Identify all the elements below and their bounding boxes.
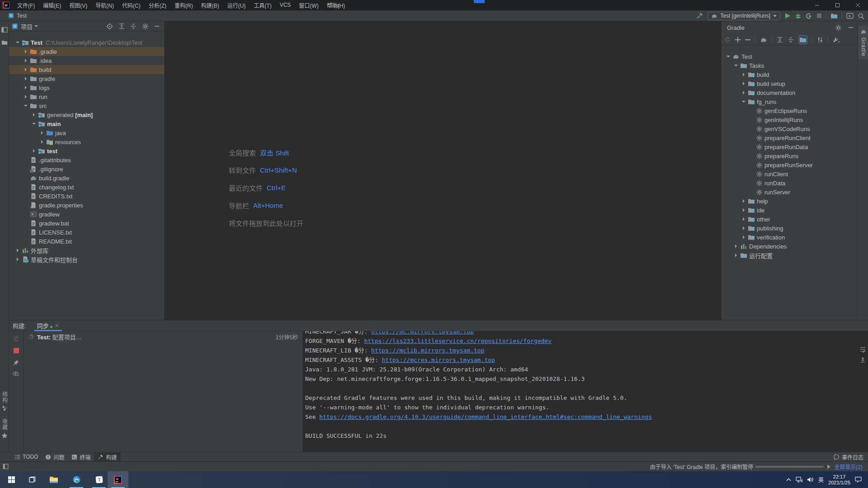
tool-window-tab-构建[interactable]: 构建	[94, 452, 120, 462]
menu-(C)[interactable]: 代码(C)	[118, 0, 145, 10]
tool-window-tab-终端[interactable]: 终端	[68, 452, 94, 462]
add-icon[interactable]	[735, 37, 741, 42]
rerun-icon[interactable]	[13, 336, 19, 342]
soft-wrap-icon[interactable]	[860, 347, 866, 352]
stop-icon[interactable]	[14, 348, 19, 353]
chevron-collapsed-icon[interactable]	[741, 207, 747, 213]
view-options-eye-icon[interactable]	[13, 371, 19, 377]
search-everywhere-icon[interactable]	[858, 13, 864, 19]
menu-VCS[interactable]: VCS	[276, 0, 295, 10]
volume-icon[interactable]	[807, 477, 814, 483]
tree-item-.gitignore[interactable]: .gitignore	[9, 164, 164, 174]
tree-item-logs[interactable]: logs	[9, 83, 164, 92]
scroll-to-end-icon[interactable]	[860, 357, 866, 363]
hide-panel-icon[interactable]	[154, 23, 160, 29]
tree-item-LICENSE.txt[interactable]: LICENSE.txt	[9, 228, 164, 237]
chevron-collapsed-icon[interactable]	[741, 198, 747, 204]
chevron-collapsed-icon[interactable]	[741, 89, 747, 96]
chevron-collapsed-icon[interactable]	[741, 216, 747, 222]
chevron-collapsed-icon[interactable]	[733, 243, 739, 249]
tree-item-gradle.properties[interactable]: gradle.properties	[9, 201, 164, 210]
chevron-expanded-icon[interactable]	[31, 121, 37, 127]
execute-gradle-task-icon[interactable]	[760, 36, 767, 43]
tree-item-prepareRuns[interactable]: prepareRuns	[722, 151, 857, 160]
chevron-collapsed-icon[interactable]	[23, 94, 29, 100]
tree-item-ide[interactable]: ide	[722, 206, 857, 215]
event-log-button[interactable]: 事件日志	[834, 452, 863, 462]
project-view-selector[interactable]: 项目	[21, 22, 33, 31]
chevron-collapsed-icon[interactable]	[23, 66, 29, 73]
debug-button[interactable]	[795, 13, 802, 19]
breadcrumb[interactable]: Test	[8, 13, 27, 19]
tree-item-other[interactable]: other	[722, 215, 857, 224]
collapse-all-icon[interactable]	[130, 23, 137, 29]
build-console[interactable]: MINECRAFT_JAR �分: https://mc.mirrors.tmy…	[303, 331, 868, 452]
maximize-button[interactable]	[827, 0, 848, 10]
chevron-collapsed-icon[interactable]	[741, 225, 747, 231]
tree-item-prepareRunServer[interactable]: prepareRunServer	[722, 160, 857, 169]
tree-item-changelog.txt[interactable]: changelog.txt	[9, 183, 164, 192]
menu-(E)[interactable]: 编辑(E)	[39, 0, 65, 10]
wrench-icon[interactable]	[833, 37, 840, 43]
tree-item-genIntellijRuns[interactable]: genIntellijRuns	[722, 115, 857, 124]
menu-(B)[interactable]: 构建(B)	[197, 0, 223, 10]
chevron-collapsed-icon[interactable]	[741, 80, 747, 87]
menu-(N)[interactable]: 导航(N)	[91, 0, 118, 10]
expand-all-icon[interactable]	[118, 23, 125, 29]
locate-file-icon[interactable]	[106, 23, 113, 30]
structure-tab[interactable]: 结构	[1, 391, 9, 411]
refresh-icon[interactable]	[724, 37, 731, 43]
menu-(U)[interactable]: 运行(U)	[223, 0, 250, 10]
collapse-all-icon[interactable]	[788, 37, 794, 43]
tree-item--[interactable]: 草稿文件和控制台	[9, 255, 164, 264]
settings-gear-icon[interactable]	[142, 23, 149, 30]
ime-indicator[interactable]: 英	[818, 476, 824, 483]
chevron-expanded-icon[interactable]	[725, 53, 731, 60]
chevron-collapsed-icon[interactable]	[39, 130, 45, 136]
run-with-coverage-button[interactable]	[806, 13, 812, 19]
tree-item-build[interactable]: build	[9, 65, 164, 74]
stop-button[interactable]	[816, 13, 822, 19]
chevron-expanded-icon[interactable]	[14, 39, 21, 46]
tree-item-run[interactable]: run	[9, 92, 164, 101]
tree-item-Test[interactable]: TestC:\Users\LonelyRanger\Desktop\Test	[9, 38, 164, 47]
console-link[interactable]: https://docs.gradle.org/4.10.3/userguide…	[319, 413, 652, 420]
chevron-collapsed-icon[interactable]	[741, 234, 747, 240]
menu-(T)[interactable]: 工具(T)	[250, 0, 275, 10]
hide-panel-icon[interactable]	[848, 25, 854, 30]
tree-item-build[interactable]: build	[722, 70, 857, 79]
gradle-settings-icon[interactable]	[817, 37, 823, 43]
console-link[interactable]: https://mcres.mirrors.tmysam.top	[382, 357, 495, 363]
chevron-collapsed-icon[interactable]	[14, 256, 21, 263]
tree-item-CREDITS.txt[interactable]: CREDITS.txt	[9, 192, 164, 201]
expand-all-icon[interactable]	[777, 37, 783, 43]
tree-item-.gradle[interactable]: .gradle	[9, 47, 164, 56]
tree-item-prepareRunData[interactable]: prepareRunData	[722, 142, 857, 151]
hide-tool-windows-icon[interactable]	[3, 464, 9, 469]
chevron-collapsed-icon[interactable]	[733, 252, 739, 258]
gradle-stripe-tab[interactable]: Gradle	[858, 26, 868, 59]
start-button[interactable]	[1, 471, 22, 488]
build-hammer-icon[interactable]	[696, 12, 703, 19]
remove-icon[interactable]	[745, 37, 750, 42]
tree-item-main[interactable]: main	[9, 119, 164, 128]
tree-item-Tasks[interactable]: Tasks	[722, 61, 857, 70]
tray-expand-icon[interactable]	[786, 478, 791, 481]
tree-item-generated[interactable]: generated [main]	[9, 110, 164, 119]
settings-gear-icon[interactable]	[835, 24, 842, 31]
tree-item-gradle[interactable]: gradle	[9, 74, 164, 83]
close-button[interactable]	[848, 0, 868, 10]
tree-item-.idea[interactable]: .idea	[9, 56, 164, 65]
menu-(Z)[interactable]: 分析(Z)	[145, 0, 170, 10]
tree-item-prepareRunClient[interactable]: prepareRunClient	[722, 133, 857, 142]
menu-(W)[interactable]: 窗口(W)	[295, 0, 322, 10]
chevron-collapsed-icon[interactable]	[14, 247, 21, 253]
tree-item-resources[interactable]: resources	[9, 137, 164, 146]
tree-item-help[interactable]: help	[722, 197, 857, 206]
tree-item-runServer[interactable]: runServer	[722, 188, 857, 197]
project-structure-icon[interactable]	[830, 12, 838, 19]
menu-(F)[interactable]: 文件(F)	[13, 0, 39, 10]
tree-item--[interactable]: 外部库	[9, 246, 164, 255]
tree-item-build-setup[interactable]: build setup	[722, 79, 857, 88]
chevron-collapsed-icon[interactable]	[31, 112, 37, 118]
